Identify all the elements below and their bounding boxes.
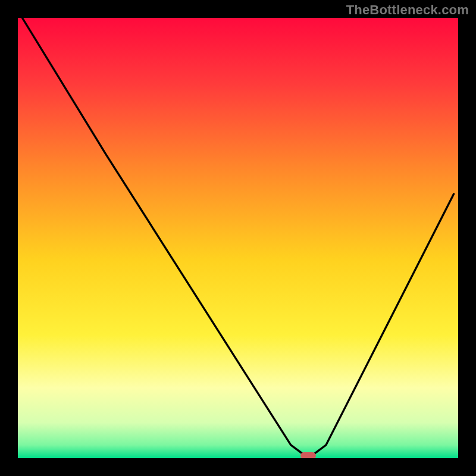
watermark-text: TheBottleneck.com — [346, 2, 469, 18]
chart-frame: TheBottleneck.com — [0, 0, 476, 476]
plot-area — [18, 18, 458, 458]
minimum-marker — [300, 452, 316, 458]
bottleneck-curve — [18, 18, 458, 458]
